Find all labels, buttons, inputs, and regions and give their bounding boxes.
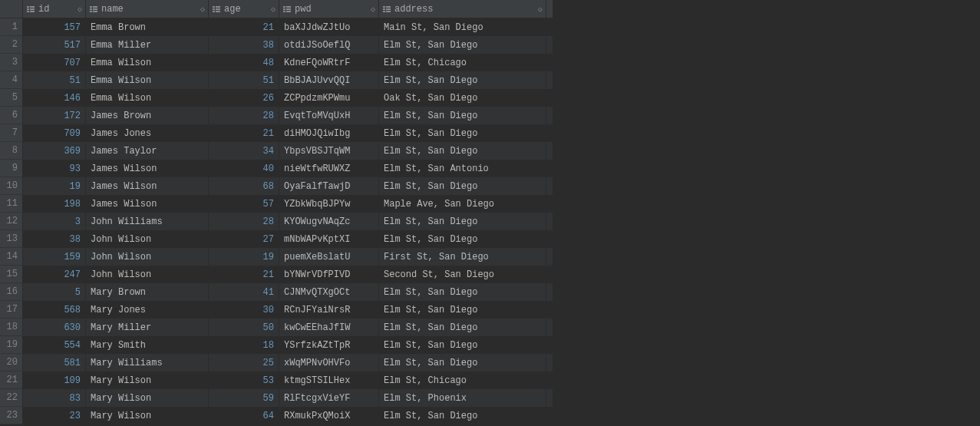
row-number[interactable]: 10 — [0, 177, 23, 195]
table-row[interactable]: 1019James Wilson68OyaFalfTawjDElm St, Sa… — [0, 177, 553, 195]
table-row[interactable]: 8369James Taylor34YbpsVBSJTqWMElm St, Sa… — [0, 142, 553, 160]
cell-pwd[interactable]: RlFtcgxVieYF — [279, 389, 379, 407]
cell-address[interactable]: Elm St, San Diego — [379, 71, 546, 89]
cell-age[interactable]: 38 — [209, 36, 279, 54]
cell-address[interactable]: Elm St, San Diego — [379, 301, 546, 319]
cell-id[interactable]: 568 — [23, 301, 86, 319]
row-number[interactable]: 21 — [0, 372, 23, 389]
cell-age[interactable]: 64 — [209, 407, 279, 424]
cell-id[interactable]: 172 — [23, 107, 86, 124]
cell-name[interactable]: John Williams — [86, 213, 209, 230]
table-row[interactable]: 18630Mary Miller50kwCwEEhaJfIWElm St, Sa… — [0, 319, 553, 336]
cell-id[interactable]: 19 — [23, 177, 86, 195]
row-number[interactable]: 22 — [0, 389, 23, 407]
cell-id[interactable]: 23 — [23, 407, 86, 424]
cell-id[interactable]: 247 — [23, 266, 86, 283]
table-row[interactable]: 2517Emma Miller38otdiJSoOeflQElm St, San… — [0, 36, 553, 54]
cell-id[interactable]: 5 — [23, 283, 86, 301]
cell-address[interactable]: Elm St, San Diego — [379, 336, 546, 354]
cell-id[interactable]: 198 — [23, 195, 86, 213]
cell-id[interactable]: 709 — [23, 124, 86, 142]
cell-age[interactable]: 53 — [209, 372, 279, 389]
cell-address[interactable]: Elm St, San Diego — [379, 177, 546, 195]
cell-address[interactable]: Elm St, San Diego — [379, 407, 546, 424]
cell-address[interactable]: Elm St, San Diego — [379, 354, 546, 372]
cell-pwd[interactable]: RCnJFYaiNrsR — [279, 301, 379, 319]
table-row[interactable]: 3707Emma Wilson48KdneFQoWRtrFElm St, Chi… — [0, 54, 553, 71]
cell-name[interactable]: Emma Brown — [86, 18, 209, 36]
row-number[interactable]: 6 — [0, 107, 23, 124]
row-number[interactable]: 8 — [0, 142, 23, 160]
cell-pwd[interactable]: OyaFalfTawjD — [279, 177, 379, 195]
row-number[interactable]: 2 — [0, 36, 23, 54]
cell-name[interactable]: Emma Wilson — [86, 54, 209, 71]
cell-name[interactable]: James Wilson — [86, 160, 209, 177]
cell-pwd[interactable]: mNbWAPvKptXI — [279, 230, 379, 248]
cell-pwd[interactable]: ZCPpdzmKPWmu — [279, 89, 379, 107]
cell-name[interactable]: Mary Wilson — [86, 407, 209, 424]
cell-age[interactable]: 21 — [209, 18, 279, 36]
cell-age[interactable]: 19 — [209, 248, 279, 266]
cell-pwd[interactable]: BbBJAJUvvQQI — [279, 71, 379, 89]
cell-address[interactable]: Elm St, San Diego — [379, 142, 546, 160]
cell-pwd[interactable]: YbpsVBSJTqWM — [279, 142, 379, 160]
table-row[interactable]: 451Emma Wilson51BbBJAJUvvQQIElm St, San … — [0, 71, 553, 89]
cell-pwd[interactable]: otdiJSoOeflQ — [279, 36, 379, 54]
cell-id[interactable]: 3 — [23, 213, 86, 230]
row-number[interactable]: 20 — [0, 354, 23, 372]
cell-id[interactable]: 554 — [23, 336, 86, 354]
cell-address[interactable]: Elm St, Phoenix — [379, 389, 546, 407]
cell-address[interactable]: Second St, San Diego — [379, 266, 546, 283]
row-number[interactable]: 14 — [0, 248, 23, 266]
cell-address[interactable]: Elm St, San Diego — [379, 283, 546, 301]
cell-age[interactable]: 18 — [209, 336, 279, 354]
cell-pwd[interactable]: CJNMvQTXgOCt — [279, 283, 379, 301]
cell-name[interactable]: Emma Wilson — [86, 89, 209, 107]
row-number[interactable]: 7 — [0, 124, 23, 142]
cell-pwd[interactable]: EvqtToMVqUxH — [279, 107, 379, 124]
cell-pwd[interactable]: nieWtfwRUWXZ — [279, 160, 379, 177]
cell-name[interactable]: James Jones — [86, 124, 209, 142]
cell-pwd[interactable]: YZbkWbqBJPYw — [279, 195, 379, 213]
cell-name[interactable]: James Brown — [86, 107, 209, 124]
cell-id[interactable]: 517 — [23, 36, 86, 54]
cell-name[interactable]: John Wilson — [86, 230, 209, 248]
column-header-pwd[interactable]: pwd ◇ — [279, 0, 379, 18]
row-number[interactable]: 12 — [0, 213, 23, 230]
cell-age[interactable]: 48 — [209, 54, 279, 71]
cell-name[interactable]: James Wilson — [86, 177, 209, 195]
cell-age[interactable]: 28 — [209, 213, 279, 230]
cell-name[interactable]: Mary Brown — [86, 283, 209, 301]
cell-pwd[interactable]: bYNWrVDfPIVD — [279, 266, 379, 283]
cell-id[interactable]: 109 — [23, 372, 86, 389]
row-number[interactable]: 11 — [0, 195, 23, 213]
cell-age[interactable]: 34 — [209, 142, 279, 160]
cell-age[interactable]: 25 — [209, 354, 279, 372]
table-row[interactable]: 19554Mary Smith18YSrfzkAZtTpRElm St, San… — [0, 336, 553, 354]
cell-address[interactable]: Main St, San Diego — [379, 18, 546, 36]
cell-age[interactable]: 57 — [209, 195, 279, 213]
cell-pwd[interactable]: YSrfzkAZtTpR — [279, 336, 379, 354]
cell-address[interactable]: Elm St, San Diego — [379, 36, 546, 54]
cell-age[interactable]: 21 — [209, 266, 279, 283]
cell-age[interactable]: 30 — [209, 301, 279, 319]
table-row[interactable]: 1338John Wilson27mNbWAPvKptXIElm St, San… — [0, 230, 553, 248]
cell-name[interactable]: Mary Wilson — [86, 372, 209, 389]
cell-id[interactable]: 630 — [23, 319, 86, 336]
cell-pwd[interactable]: KYOWugvNAqZc — [279, 213, 379, 230]
cell-name[interactable]: James Taylor — [86, 142, 209, 160]
cell-address[interactable]: Elm St, San Diego — [379, 124, 546, 142]
cell-pwd[interactable]: diHMOJQiwIbg — [279, 124, 379, 142]
row-number[interactable]: 1 — [0, 18, 23, 36]
cell-age[interactable]: 21 — [209, 124, 279, 142]
table-row[interactable]: 1157Emma Brown21baXJJdwZJtUoMain St, San… — [0, 18, 553, 36]
table-row[interactable]: 14159John Wilson19puemXeBslatUFirst St, … — [0, 248, 553, 266]
cell-id[interactable]: 93 — [23, 160, 86, 177]
cell-name[interactable]: James Wilson — [86, 195, 209, 213]
cell-pwd[interactable]: puemXeBslatU — [279, 248, 379, 266]
cell-name[interactable]: Mary Miller — [86, 319, 209, 336]
cell-id[interactable]: 157 — [23, 18, 86, 36]
cell-address[interactable]: Elm St, San Antonio — [379, 160, 546, 177]
column-header-id[interactable]: id ◇ — [23, 0, 86, 18]
cell-age[interactable]: 40 — [209, 160, 279, 177]
